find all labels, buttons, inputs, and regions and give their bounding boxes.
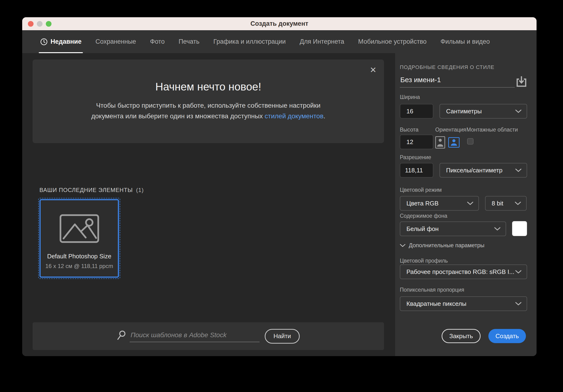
close-icon[interactable]: ✕: [368, 65, 378, 75]
background-label: Содержимое фона: [400, 213, 447, 219]
orientation-portrait-icon[interactable]: [435, 136, 445, 149]
tab-web[interactable]: Для Интернета: [298, 30, 346, 53]
tab-label: Недавние: [51, 38, 81, 45]
titlebar: Создать документ: [22, 17, 537, 30]
recent-items-count: (1): [136, 187, 144, 193]
resolution-field[interactable]: [400, 163, 433, 177]
banner-line2: документа или выберите один из множества…: [91, 111, 325, 121]
tab-label: Сохраненные: [95, 38, 136, 45]
banner-description: Чтобы быстро приступить к работе, исполь…: [91, 100, 325, 121]
window-title: Создать документ: [251, 20, 308, 27]
search-icon: [117, 330, 126, 342]
panel-header: ПОДРОБНЫЕ СВЕДЕНИЯ О СТИЛЕ: [400, 64, 494, 70]
width-field[interactable]: [400, 104, 433, 119]
resolution-units-value: Пикселы/сантиметр: [446, 167, 502, 174]
document-name-field[interactable]: [400, 76, 515, 88]
units-dropdown[interactable]: Сантиметры: [439, 104, 527, 119]
preset-details-panel: ПОДРОБНЫЕ СВЕДЕНИЯ О СТИЛЕ Ширина Сантим…: [395, 53, 537, 356]
save-preset-icon[interactable]: [516, 76, 527, 88]
chevron-down-icon: [515, 302, 521, 305]
chevron-down-icon: [515, 109, 521, 113]
color-profile-value: Рабочее пространство RGB: sRGB I...: [406, 268, 514, 276]
color-mode-dropdown[interactable]: Цвета RGB: [400, 196, 479, 211]
tab-film-video[interactable]: Фильмы и видео: [439, 30, 491, 53]
color-profile-dropdown[interactable]: Рабочее пространство RGB: sRGB I...: [400, 265, 527, 279]
zoom-window-button[interactable]: [46, 21, 51, 27]
traffic-lights: [28, 17, 51, 30]
tab-bar: Недавние Сохраненные Фото Печать Графика…: [22, 30, 537, 53]
main-area: ✕ Начнем нечто новое! Чтобы быстро прист…: [22, 53, 395, 356]
color-mode-label: Цветовой режим: [400, 187, 442, 193]
recent-item-title: Default Photoshop Size: [47, 253, 112, 260]
color-mode-value: Цвета RGB: [406, 200, 438, 207]
resolution-label: Разрешение: [400, 154, 431, 161]
welcome-banner: ✕ Начнем нечто новое! Чтобы быстро прист…: [33, 60, 384, 143]
chevron-down-icon: [515, 168, 521, 172]
tab-label: Мобильное устройство: [358, 38, 427, 45]
height-label: Высота: [400, 126, 419, 133]
chevron-down-icon: [400, 244, 406, 247]
resolution-units-dropdown[interactable]: Пикселы/сантиметр: [439, 163, 527, 177]
recent-items-title: ВАШИ ПОСЛЕДНИЕ ЭЛЕМЕНТЫ: [39, 187, 133, 193]
tab-recent[interactable]: Недавние: [39, 30, 83, 53]
background-dropdown[interactable]: Белый фон: [400, 222, 506, 236]
tab-mobile[interactable]: Мобильное устройство: [357, 30, 428, 53]
tab-label: Фото: [150, 38, 165, 45]
banner-line2-period: .: [323, 113, 325, 120]
tab-label: Печать: [179, 38, 199, 45]
adobe-stock-search-bar: Найти: [33, 322, 384, 350]
tab-art-illustration[interactable]: Графика и иллюстрации: [212, 30, 287, 53]
bit-depth-dropdown[interactable]: 8 bit: [485, 196, 527, 211]
pixel-ratio-label: Попиксельная пропорция: [400, 287, 464, 293]
recent-items-header: ВАШИ ПОСЛЕДНИЕ ЭЛЕМЕНТЫ(1): [39, 187, 144, 193]
create-button[interactable]: Создать: [488, 329, 526, 343]
tab-label: Графика и иллюстрации: [214, 38, 286, 45]
banner-title: Начнем нечто новое!: [155, 80, 261, 93]
document-presets-link[interactable]: стилей документов: [265, 113, 323, 120]
banner-line2-text: документа или выберите один из множества…: [91, 113, 265, 120]
tab-saved[interactable]: Сохраненные: [94, 30, 138, 53]
background-color-swatch[interactable]: [512, 221, 527, 236]
recent-item-card[interactable]: Default Photoshop Size 16 x 12 см @ 118,…: [38, 198, 120, 279]
close-button[interactable]: Закрыть: [442, 329, 481, 343]
chevron-down-icon: [494, 227, 500, 231]
pixel-ratio-dropdown[interactable]: Квадратные пикселы: [400, 296, 527, 311]
image-placeholder-icon: [59, 214, 99, 243]
background-value: Белый фон: [406, 225, 438, 233]
recent-item-subtitle: 16 x 12 см @ 118,11 ppcm: [45, 263, 113, 269]
banner-line1: Чтобы быстро приступить к работе, исполь…: [91, 100, 325, 111]
tab-photo[interactable]: Фото: [149, 30, 166, 53]
color-profile-label: Цветовой профиль: [400, 258, 448, 264]
width-label: Ширина: [400, 94, 420, 100]
pixel-ratio-value: Квадратные пикселы: [406, 300, 466, 307]
units-value: Сантиметры: [446, 108, 482, 115]
clock-icon: [40, 38, 48, 46]
advanced-options-toggle[interactable]: Дополнительные параметры: [400, 242, 484, 249]
artboards-label: Монтажные области: [466, 126, 518, 133]
create-document-dialog: Создать документ Недавние Сохраненные Фо…: [22, 17, 537, 356]
chevron-down-icon: [515, 202, 521, 205]
tab-label: Фильмы и видео: [440, 38, 490, 45]
bit-depth-value: 8 bit: [492, 200, 503, 207]
find-button[interactable]: Найти: [265, 329, 300, 344]
orientation-landscape-icon[interactable]: [448, 137, 460, 148]
tab-label: Для Интернета: [300, 38, 344, 45]
orientation-label: Ориентация: [435, 126, 466, 133]
minimize-window-button[interactable]: [37, 21, 42, 27]
close-window-button[interactable]: [28, 21, 34, 27]
advanced-options-label: Дополнительные параметры: [409, 242, 484, 249]
artboards-checkbox[interactable]: [467, 138, 473, 145]
height-field[interactable]: [400, 135, 433, 149]
chevron-down-icon: [515, 270, 521, 274]
chevron-down-icon: [467, 202, 473, 205]
search-input[interactable]: [130, 331, 259, 342]
tab-print[interactable]: Печать: [177, 30, 201, 53]
